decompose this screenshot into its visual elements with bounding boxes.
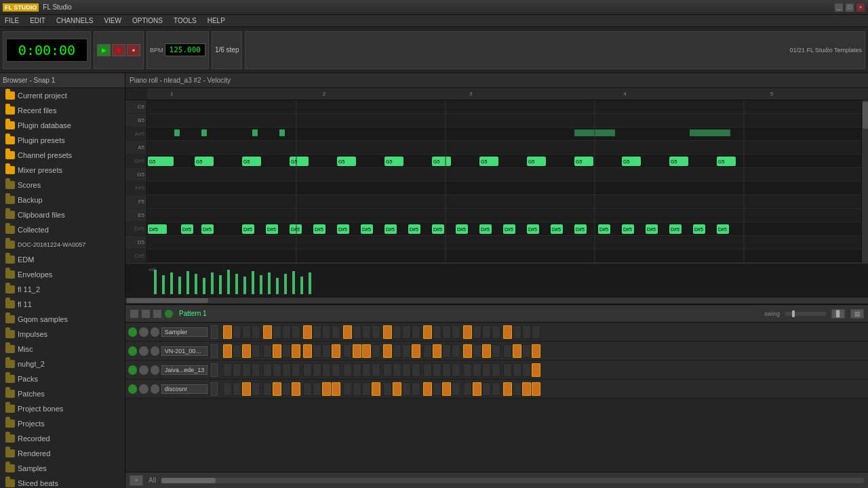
beat-step[interactable] (292, 344, 300, 358)
beat-step[interactable] (303, 344, 312, 358)
beat-step[interactable] (383, 325, 392, 339)
sidebar-item-mixer-presets[interactable]: Mixer presets (0, 163, 125, 178)
channel-vol[interactable] (211, 325, 218, 339)
beat-step[interactable] (393, 344, 401, 358)
scrollbar-thumb[interactable] (863, 102, 868, 129)
beat-step[interactable] (292, 382, 300, 396)
beat-step[interactable] (242, 382, 251, 396)
beat-step[interactable] (463, 325, 472, 339)
beat-step[interactable] (433, 344, 441, 358)
beat-step[interactable] (513, 325, 521, 339)
beat-step[interactable] (463, 344, 472, 358)
sidebar-item-envelopes[interactable]: Envelopes (0, 267, 125, 282)
sidebar-item-gqom[interactable]: Gqom samples (0, 312, 125, 327)
beat-step[interactable] (532, 382, 540, 396)
sidebar-item-doc[interactable]: DOC-20181224-WA0057 (0, 237, 125, 252)
beat-step[interactable] (263, 325, 272, 339)
sidebar-item-clipboard[interactable]: Clipboard files (0, 207, 125, 222)
sidebar-item-current-project[interactable]: Current project (0, 88, 125, 103)
key-a5[interactable]: A5 (125, 141, 146, 155)
beat-solo-btn[interactable] (151, 346, 159, 356)
beat-step[interactable] (223, 363, 232, 377)
beat-step[interactable] (402, 344, 411, 358)
beat-mute-btn[interactable] (139, 327, 148, 337)
beat-step[interactable] (532, 363, 540, 377)
beat-step[interactable] (492, 363, 500, 377)
beat-step[interactable] (452, 344, 460, 358)
key-ds5[interactable]: D#5 (125, 222, 146, 236)
beat-step[interactable] (343, 325, 352, 339)
beat-step[interactable] (423, 363, 432, 377)
beat-step[interactable] (452, 325, 460, 339)
beat-step[interactable] (492, 325, 500, 339)
beat-step[interactable] (503, 363, 512, 377)
beat-step[interactable] (393, 382, 401, 396)
beat-step[interactable] (463, 363, 472, 377)
beat-steps-btn[interactable]: ▤ (850, 309, 864, 319)
beat-settings-btn[interactable] (141, 309, 151, 319)
beat-step[interactable] (332, 363, 340, 377)
beat-step[interactable] (233, 344, 241, 358)
beat-step[interactable] (383, 363, 392, 377)
beat-step[interactable] (522, 363, 531, 377)
beat-step[interactable] (433, 363, 441, 377)
beat-step[interactable] (282, 382, 291, 396)
beat-step[interactable] (223, 382, 232, 396)
beat-step[interactable] (303, 363, 312, 377)
beat-step[interactable] (532, 325, 540, 339)
beat-step[interactable] (433, 382, 441, 396)
beat-step[interactable] (332, 382, 340, 396)
beat-step[interactable] (513, 363, 521, 377)
beat-green-btn[interactable] (128, 365, 137, 375)
sidebar-item-project-bones[interactable]: Project bones (0, 401, 125, 416)
record-button[interactable]: ● (127, 44, 140, 56)
beat-step[interactable] (372, 382, 380, 396)
beat-step[interactable] (292, 325, 300, 339)
beat-step[interactable] (343, 382, 352, 396)
beat-step[interactable] (482, 344, 491, 358)
sidebar-item-sliced-beats[interactable]: Sliced beats (0, 476, 125, 488)
beat-step[interactable] (242, 344, 251, 358)
beat-step[interactable] (332, 344, 340, 358)
beat-step[interactable] (473, 382, 481, 396)
sidebar-item-plugin-database[interactable]: Plugin database (0, 118, 125, 133)
beat-step[interactable] (423, 325, 432, 339)
beat-step[interactable] (473, 344, 481, 358)
channel-vol[interactable] (211, 344, 218, 358)
beat-solo-btn[interactable] (151, 327, 159, 337)
menu-file[interactable]: FILE (3, 17, 21, 24)
channel-vol[interactable] (211, 363, 218, 377)
stop-button[interactable]: ■ (112, 44, 125, 56)
beat-step[interactable] (322, 344, 331, 358)
sidebar-item-collected[interactable]: Collected (0, 222, 125, 237)
beat-step[interactable] (372, 363, 380, 377)
beat-step[interactable] (252, 363, 260, 377)
beat-step[interactable] (503, 325, 512, 339)
sidebar-item-recent-files[interactable]: Recent files (0, 103, 125, 118)
beat-green-btn[interactable] (128, 346, 137, 356)
beat-step[interactable] (412, 382, 420, 396)
beat-step[interactable] (482, 382, 491, 396)
beat-step[interactable] (303, 325, 312, 339)
sidebar-item-fl112[interactable]: fl 11_2 (0, 282, 125, 297)
beat-step[interactable] (242, 363, 251, 377)
play-button[interactable]: ▶ (97, 44, 111, 56)
beat-step[interactable] (332, 325, 340, 339)
beat-step[interactable] (452, 363, 460, 377)
beat-step[interactable] (402, 363, 411, 377)
channel-vol[interactable] (211, 382, 218, 396)
beat-step[interactable] (492, 382, 500, 396)
beat-step[interactable] (503, 344, 512, 358)
menu-edit[interactable]: EDIT (28, 17, 47, 24)
sidebar-item-fl11[interactable]: fl 11 (0, 297, 125, 312)
beat-step[interactable] (282, 363, 291, 377)
beat-step[interactable] (322, 325, 331, 339)
beat-step[interactable] (412, 363, 420, 377)
sidebar-item-samples[interactable]: Samples (0, 461, 125, 476)
beat-step[interactable] (223, 325, 232, 339)
beat-step[interactable] (393, 363, 401, 377)
beat-step[interactable] (353, 325, 361, 339)
beat-step[interactable] (442, 325, 451, 339)
beat-step[interactable] (273, 382, 281, 396)
sidebar-item-recorded[interactable]: Recorded (0, 431, 125, 446)
